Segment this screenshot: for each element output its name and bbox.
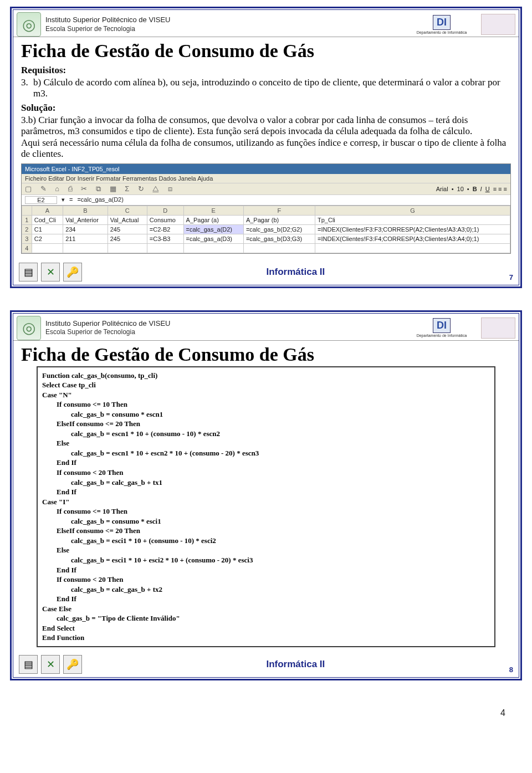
cell: [183, 243, 243, 253]
slide-inner: ◎ Instituto Superior Politécnico de VISE…: [13, 9, 519, 285]
slide-number: 8: [509, 666, 513, 674]
footer-bar: ▤ ✕ 🔑 Informática II 7: [13, 258, 519, 285]
spreadsheet-table: ABCDEFG 1Cod_CliVal_AnteriorVal_ActualCo…: [22, 206, 510, 253]
solucao-label: Solução:: [21, 103, 511, 114]
spreadsheet-body: 1Cod_CliVal_AnteriorVal_ActualConsumoA_P…: [22, 215, 510, 253]
solucao-text: 3.b) Criar função a invocar da folha de …: [21, 115, 511, 160]
footer-title: Informática II: [266, 267, 325, 278]
page-number: 4: [10, 703, 522, 731]
department-abbrev: DI: [433, 15, 451, 30]
institution-text: Instituto Superior Politécnico de VISEU …: [45, 16, 406, 33]
italic-icon: I: [480, 186, 482, 192]
code-box: Function calc_gas_b(consumo, tp_cli) Sel…: [37, 366, 495, 647]
requisito-item: 3. b) Cálculo de acordo com alínea b), o…: [21, 77, 511, 99]
slide-inner: ◎ Instituto Superior Politécnico de VISE…: [13, 313, 519, 678]
footer-bar: ▤ ✕ 🔑 Informática II 8: [13, 651, 519, 677]
column-header: G: [315, 206, 510, 215]
header-decor-icon: [481, 318, 515, 339]
column-header: D: [147, 206, 183, 215]
department-block: DI Departamento de Informática: [406, 318, 478, 337]
school-name: Escola Superior de Tecnologia: [45, 328, 406, 336]
excel-icon: ✕: [41, 263, 60, 281]
key-icon: 🔑: [63, 263, 82, 281]
cell: =calc_gas_b(D3;G3): [243, 234, 315, 243]
department-block: DI Departamento de Informática: [406, 15, 478, 34]
table-row: 1Cod_CliVal_AnteriorVal_ActualConsumoA_P…: [22, 215, 510, 224]
formula-bar: E2 ▾ = =calc_gas_a(D2): [22, 195, 510, 206]
cell: Tp_Cli: [315, 215, 510, 224]
slide-title: Ficha de Gestão de Consumo de Gás: [21, 40, 511, 62]
cell: A_Pagar (a): [183, 215, 243, 224]
cell: [63, 243, 108, 253]
header-decor-icon: [481, 14, 515, 35]
cell: =C2-B2: [147, 224, 183, 234]
institution-name: Instituto Superior Politécnico de VISEU: [45, 16, 406, 24]
cell: Val_Anterior: [63, 215, 108, 224]
slide-body: Ficha de Gestão de Consumo de Gás: [13, 341, 519, 365]
fx-icon: ▾: [62, 196, 65, 204]
app-icon: ▤: [19, 263, 38, 281]
column-header: F: [243, 206, 315, 215]
excel-grid: ABCDEFG 1Cod_CliVal_AnteriorVal_ActualCo…: [22, 206, 510, 253]
cell: C2: [32, 234, 63, 243]
excel-screenshot: Microsoft Excel - INF2_TP05_resol Fichei…: [21, 163, 511, 254]
excel-menubar: Ficheiro Editar Dor Inserir Formatar Fer…: [22, 174, 510, 183]
slide-body: Ficha de Gestão de Consumo de Gás Requis…: [13, 37, 519, 258]
formula-value: =calc_gas_a(D2): [77, 196, 123, 204]
cell: =calc_gas_a(D3): [183, 234, 243, 243]
table-row: 2C1234245=C2-B2=calc_gas_a(D2)=calc_gas_…: [22, 224, 510, 234]
row-header: 3: [22, 234, 32, 243]
cell: 245: [108, 224, 147, 234]
cell: Consumo: [147, 215, 183, 224]
slide-title: Ficha de Gestão de Consumo de Gás: [21, 344, 511, 365]
column-header: [22, 206, 32, 215]
institution-name: Instituto Superior Politécnico de VISEU: [45, 319, 406, 328]
column-header: C: [108, 206, 147, 215]
cell: [32, 243, 63, 253]
row-header: 4: [22, 243, 32, 253]
app-icon: ▤: [19, 655, 38, 674]
excel-titlebar: Microsoft Excel - INF2_TP05_resol: [22, 164, 510, 174]
table-row: 3C2211245=C3-B3=calc_gas_a(D3)=calc_gas_…: [22, 234, 510, 243]
key-icon: 🔑: [63, 655, 82, 674]
cell: =INDEX(Clientes!F3:F4;CORRESP(A3;Cliente…: [315, 234, 510, 243]
header-bar: ◎ Instituto Superior Politécnico de VISE…: [13, 314, 519, 341]
column-header: A: [32, 206, 63, 215]
cell: A_Pagar (b): [243, 215, 315, 224]
cell: [243, 243, 315, 253]
slide-8: ◎ Instituto Superior Politécnico de VISE…: [10, 310, 522, 680]
cell: Cod_Cli: [32, 215, 63, 224]
institution-text: Instituto Superior Politécnico de VISEU …: [45, 319, 406, 336]
cell: 245: [108, 234, 147, 243]
cell: =INDEX(Clientes!F3:F3;CORRESP(A2;Cliente…: [315, 224, 510, 234]
logo-icon: ◎: [17, 12, 41, 37]
font-size: 10: [457, 186, 464, 192]
equals-icon: =: [69, 196, 73, 204]
slide-7: ◎ Instituto Superior Politécnico de VISE…: [10, 7, 522, 288]
cell: [108, 243, 147, 253]
slide-number: 7: [509, 273, 513, 281]
school-name: Escola Superior de Tecnologia: [45, 25, 406, 33]
cell: =C3-B3: [147, 234, 183, 243]
header-bar: ◎ Instituto Superior Politécnico de VISE…: [13, 10, 519, 37]
department-label: Departamento de Informática: [406, 30, 478, 34]
column-header: B: [63, 206, 108, 215]
row-header: 2: [22, 224, 32, 234]
row-header: 1: [22, 215, 32, 224]
toolbar-icons: ▢ ✎ ⌂ ⎙ ✂ ⧉ ▦ Σ ↻ ⧋ ⧈: [25, 185, 176, 193]
footer-icons: ▤ ✕ 🔑: [19, 263, 82, 281]
logo-icon: ◎: [17, 316, 41, 340]
requisito-number: 3.: [21, 77, 33, 99]
cell: =calc_gas_a(D2): [183, 224, 243, 234]
cell: 234: [63, 224, 108, 234]
cell: [315, 243, 510, 253]
page: ◎ Instituto Superior Politécnico de VISE…: [0, 0, 532, 738]
footer-title: Informática II: [266, 659, 325, 670]
footer-icons: ▤ ✕ 🔑: [19, 655, 82, 674]
align-icons: ≡ ≡ ≡: [493, 186, 507, 192]
requisito-text: b) Cálculo de acordo com alínea b), ou s…: [33, 77, 511, 99]
cell: Val_Actual: [108, 215, 147, 224]
department-abbrev: DI: [433, 318, 451, 333]
cell: =calc_gas_b(D2;G2): [243, 224, 315, 234]
cell: [147, 243, 183, 253]
